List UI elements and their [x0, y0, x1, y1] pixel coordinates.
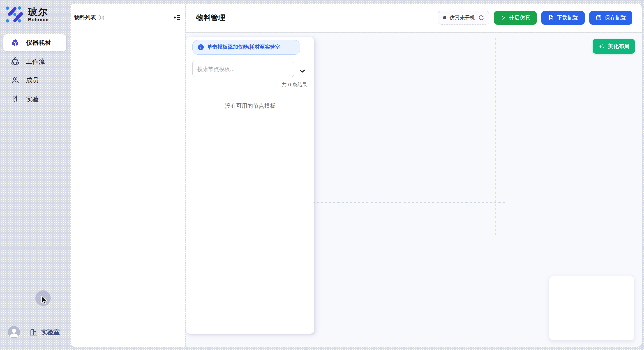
download-config-button[interactable]: 下载配置 — [541, 11, 585, 25]
panel-collapse-icon[interactable] — [173, 14, 180, 21]
file-download-icon — [548, 15, 554, 21]
sidebar: 玻尔 Bohrium 仪器耗材 工作流 — [0, 0, 71, 350]
material-list-header: 物料列表 (0) — [71, 4, 185, 31]
lab-label: 实验室 — [41, 328, 60, 336]
bohrium-logo-icon — [5, 6, 24, 23]
play-icon — [500, 15, 506, 21]
sidebar-item-label: 成员 — [26, 76, 39, 85]
sidebar-item-label: 工作流 — [26, 57, 45, 66]
simulation-status-text: 仿真未开机 — [450, 15, 475, 21]
sidebar-item-members[interactable]: 成员 — [3, 72, 66, 89]
sidebar-nav: 仪器耗材 工作流 成员 — [3, 34, 66, 109]
brand-name-zh: 玻尔 — [28, 7, 48, 17]
sidebar-item-instruments[interactable]: 仪器耗材 — [3, 34, 66, 51]
brand-logo: 玻尔 Bohrium — [5, 6, 48, 23]
start-simulation-label: 开启仿真 — [509, 15, 530, 21]
brand-name-en: Bohrium — [28, 17, 48, 22]
material-list-count: (0) — [98, 15, 104, 20]
lab-switcher[interactable]: 实验室 — [29, 328, 60, 336]
simulation-status-pill[interactable]: 仿真未开机 — [438, 11, 490, 25]
download-config-label: 下载配置 — [557, 15, 578, 21]
template-hint-text: 单击模板添加仪器/耗材至实验室 — [207, 44, 280, 51]
sidebar-item-experiments[interactable]: 实验 — [3, 91, 66, 108]
mouse-cursor — [40, 296, 48, 305]
header-actions: 仿真未开机 开启仿真 下载配置 保存配置 — [438, 11, 633, 25]
minimap[interactable] — [549, 276, 634, 340]
refresh-icon[interactable] — [478, 15, 484, 21]
members-icon — [11, 76, 19, 85]
save-icon — [596, 15, 602, 21]
save-config-label: 保存配置 — [605, 15, 626, 21]
status-dot-icon — [443, 16, 446, 19]
building-icon — [29, 328, 38, 336]
search-result-count: 共 0 条结果 — [282, 82, 307, 88]
template-search-input[interactable] — [192, 61, 294, 77]
material-list-title: 物料列表 — [74, 14, 96, 21]
bohrium-lab-app: { "app": { "brand_zh": "玻尔", "brand_en":… — [0, 0, 644, 350]
brand-text: 玻尔 Bohrium — [28, 7, 48, 22]
sparkles-icon — [598, 43, 605, 50]
save-config-button[interactable]: 保存配置 — [589, 11, 632, 25]
node-template-panel: 单击模板添加仪器/耗材至实验室 共 0 条结果 没有可用的节点模板 — [186, 37, 314, 334]
canvas-guide-line — [379, 117, 421, 117]
sidebar-item-workflow[interactable]: 工作流 — [3, 53, 66, 70]
beautify-layout-button[interactable]: 美化布局 — [593, 39, 635, 54]
experiment-icon — [11, 95, 19, 104]
sidebar-item-label: 实验 — [26, 95, 39, 103]
canvas-guide-line — [495, 36, 496, 237]
page-title: 物料管理 — [196, 13, 225, 23]
material-list-panel: 物料列表 (0) — [71, 4, 185, 347]
beautify-layout-label: 美化布局 — [608, 43, 629, 50]
workflow-icon — [11, 57, 19, 66]
start-simulation-button[interactable]: 开启仿真 — [494, 11, 537, 25]
canvas-guide-line — [314, 202, 506, 203]
sidebar-item-label: 仪器耗材 — [26, 39, 51, 47]
empty-template-message: 没有可用的节点模板 — [186, 102, 314, 110]
chevron-down-icon[interactable] — [298, 67, 306, 75]
avatar[interactable] — [8, 326, 20, 338]
cube-icon — [11, 39, 19, 47]
sidebar-footer: 实验室 — [0, 327, 71, 350]
template-hint-banner: 单击模板添加仪器/耗材至实验室 — [192, 40, 300, 55]
main-header: 物料管理 仿真未开机 开启仿真 下载配置 — [186, 4, 642, 32]
lab-canvas[interactable]: 单击模板添加仪器/耗材至实验室 共 0 条结果 没有可用的节点模板 美化布局 — [186, 33, 642, 347]
info-icon — [198, 44, 204, 50]
